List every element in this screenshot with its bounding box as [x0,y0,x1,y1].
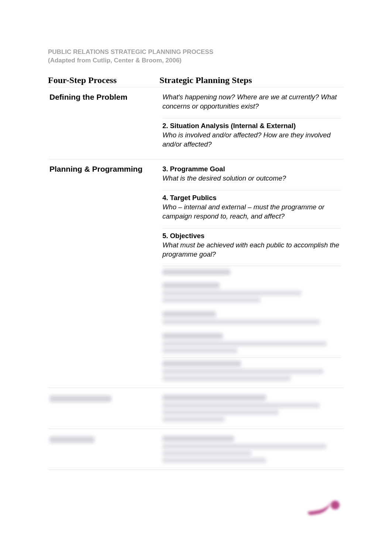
blurred-content [49,436,94,443]
header-right: Strategic Planning Steps [159,75,252,85]
step-desc: Who – internal and external – must the p… [162,203,341,221]
blurred-content [162,361,341,381]
separator [162,116,341,118]
planning-table: Four-Step Process Strategic Planning Ste… [48,75,344,470]
step-title: 4. Target Publics [162,193,341,203]
table-row [48,387,344,427]
separator [162,356,341,357]
table-row: Planning & Programming 3. Programme Goal… [48,159,344,386]
step-block: 5. Objectives What must be achieved with… [162,231,341,259]
step-desc: What must be achieved with each public t… [162,241,341,259]
blurred-content [49,395,111,402]
section-label: Defining the Problem [49,93,157,102]
separator [48,468,344,469]
table-row [48,428,344,468]
header-left: Four-Step Process [48,75,117,85]
separator [162,226,341,228]
doc-title-line2: (Adapted from Cutlip, Center & Broom, 20… [48,57,182,64]
section-label: Planning & Programming [49,165,157,174]
blurred-content [162,269,341,353]
separator [162,264,341,265]
document-title: PUBLIC RELATIONS STRATEGIC PLANNING PROC… [48,48,344,65]
step-block: 1. The Problem, Concern or Opportunity W… [162,93,341,111]
separator [162,188,341,190]
step-block: 4. Target Publics Who – internal and ext… [162,193,341,221]
table-header-row: Four-Step Process Strategic Planning Ste… [48,75,344,85]
table-row: Defining the Problem 1. The Problem, Con… [48,87,344,157]
step-desc: What's happening now? Where are we at cu… [162,93,341,111]
step-title: 3. Programme Goal [162,165,341,174]
step-title: 2. Situation Analysis (Internal & Extern… [162,121,341,131]
step-desc: Who is involved and/or affected? How are… [162,131,341,149]
blurred-content [162,395,341,422]
logo-icon [307,498,340,515]
step-desc: What is the desired solution or outcome? [162,174,341,183]
step-block: 2. Situation Analysis (Internal & Extern… [162,121,341,149]
blurred-content [162,436,341,463]
step-title: 5. Objectives [162,231,341,241]
step-block: 3. Programme Goal What is the desired so… [162,165,341,183]
doc-title-line1: PUBLIC RELATIONS STRATEGIC PLANNING PROC… [48,48,213,55]
